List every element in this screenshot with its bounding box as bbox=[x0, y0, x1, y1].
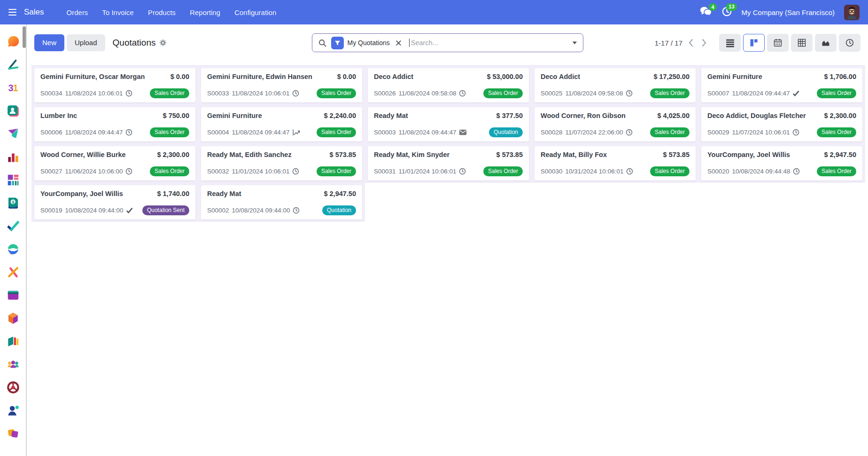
card-activity-icon[interactable] bbox=[626, 90, 633, 97]
upload-button[interactable]: Upload bbox=[67, 34, 105, 52]
new-button[interactable]: New bbox=[34, 34, 64, 52]
card-activity-icon[interactable] bbox=[125, 90, 132, 97]
quotation-card[interactable]: Ready Mat $ 2,947.50 S00002 10/08/2024 0… bbox=[201, 185, 362, 220]
card-footer: S00002 10/08/2024 09:44:00 bbox=[207, 205, 356, 215]
kanban-cell: Lumber Inc $ 750.00 S00006 11/08/2024 09… bbox=[31, 105, 198, 144]
card-activity-icon[interactable] bbox=[125, 168, 132, 175]
menu-item-reporting[interactable]: Reporting bbox=[190, 8, 220, 16]
card-header: Deco Addict, Douglas Fletcher $ 2,300.00 bbox=[707, 112, 856, 119]
app-point-of-sale-icon[interactable] bbox=[6, 288, 20, 302]
card-activity-icon[interactable] bbox=[793, 168, 800, 175]
quotation-card[interactable]: Ready Mat, Kim Snyder $ 573.85 S00031 11… bbox=[368, 146, 529, 181]
card-footer: S00032 11/01/2024 10:06:01 bbox=[207, 166, 356, 176]
card-footer: S00031 11/01/2024 10:06:01 bbox=[374, 166, 523, 176]
card-activity-icon[interactable] bbox=[626, 129, 633, 136]
quotation-card[interactable]: Wood Corner, Ron Gibson $ 4,025.00 S0002… bbox=[535, 107, 696, 142]
card-header: Ready Mat $ 377.50 bbox=[374, 112, 523, 119]
card-footer: S00030 10/31/2024 10:06:01 bbox=[541, 166, 690, 176]
card-activity-icon[interactable] bbox=[626, 168, 633, 175]
app-recruitment-icon[interactable] bbox=[6, 403, 20, 417]
pager-next-icon[interactable] bbox=[699, 36, 709, 49]
menu-item-orders[interactable]: Orders bbox=[67, 8, 88, 16]
card-activity-icon[interactable] bbox=[459, 129, 467, 135]
quotation-card[interactable]: Deco Addict, Douglas Fletcher $ 2,300.00… bbox=[701, 107, 862, 142]
activities-button[interactable]: 13 bbox=[721, 6, 732, 19]
facet-remove-icon[interactable] bbox=[395, 39, 403, 47]
kanban-cell: YourCompany, Joel Willis $ 2,947.50 S000… bbox=[698, 144, 865, 183]
app-fleet-icon[interactable] bbox=[6, 380, 20, 394]
card-activity-icon[interactable] bbox=[792, 90, 799, 96]
kanban-cell: Gemini Furniture $ 1,706.00 S00007 11/08… bbox=[698, 66, 865, 105]
quotation-card[interactable]: Deco Addict $ 53,000.00 S00026 11/08/202… bbox=[368, 68, 529, 102]
order-amount: $ 0.00 bbox=[337, 73, 356, 80]
search-input[interactable] bbox=[406, 39, 568, 47]
app-expenses-icon[interactable] bbox=[6, 265, 20, 279]
app-crm-icon[interactable] bbox=[6, 127, 20, 141]
menu-item-configuration[interactable]: Configuration bbox=[234, 8, 276, 16]
card-activity-icon[interactable] bbox=[792, 129, 799, 136]
quotation-card[interactable]: Deco Addict $ 17,250.00 S00025 11/08/202… bbox=[535, 68, 696, 102]
quotation-card[interactable]: Ready Mat, Billy Fox $ 573.85 S00030 10/… bbox=[535, 146, 696, 181]
card-activity-icon[interactable] bbox=[459, 90, 466, 97]
apps-menu-icon[interactable] bbox=[7, 7, 18, 17]
order-datetime: 11/06/2024 10:06:00 bbox=[65, 168, 123, 175]
quotation-card[interactable]: YourCompany, Joel Willis $ 1,740.00 S000… bbox=[34, 185, 195, 220]
view-switch-calendar[interactable] bbox=[767, 34, 789, 52]
view-settings-gear-icon[interactable] bbox=[159, 39, 167, 47]
card-activity-icon[interactable] bbox=[459, 168, 466, 175]
card-activity-icon[interactable] bbox=[126, 207, 133, 213]
card-activity-icon[interactable] bbox=[125, 129, 132, 136]
card-activity-icon[interactable] bbox=[292, 90, 299, 97]
app-discuss-icon[interactable] bbox=[6, 35, 20, 49]
sidebar-scrollbar[interactable] bbox=[23, 26, 26, 48]
app-sign-icon[interactable] bbox=[6, 58, 20, 72]
app-documents-icon[interactable] bbox=[6, 334, 20, 348]
quotation-card[interactable]: Gemini Furniture $ 1,706.00 S00007 11/08… bbox=[701, 68, 862, 102]
kanban-cell: Ready Mat $ 377.50 S00003 11/08/2024 09:… bbox=[365, 105, 532, 144]
card-activity-icon[interactable] bbox=[292, 168, 299, 175]
view-switch-kanban[interactable] bbox=[743, 34, 765, 52]
card-footer: S00007 11/08/2024 09:44:47 bbox=[707, 88, 856, 98]
avatar[interactable] bbox=[844, 5, 860, 20]
app-attendances-icon[interactable] bbox=[6, 426, 20, 440]
order-datetime: 11/08/2024 09:44:47 bbox=[732, 90, 790, 97]
messages-button[interactable]: 4 bbox=[700, 6, 712, 18]
card-activity-icon[interactable] bbox=[292, 129, 301, 136]
view-switch-activity[interactable] bbox=[839, 34, 860, 52]
app-name[interactable]: Sales bbox=[24, 8, 44, 17]
app-contacts-icon[interactable] bbox=[6, 104, 20, 118]
menu-item-products[interactable]: Products bbox=[148, 8, 176, 16]
pager-previous-icon[interactable] bbox=[686, 36, 696, 49]
quotation-card[interactable]: Gemini Furniture, Edwin Hansen $ 0.00 S0… bbox=[201, 68, 362, 102]
quotation-card[interactable]: Gemini Furniture $ 2,240.00 S00004 11/08… bbox=[201, 107, 362, 142]
app-website-icon[interactable] bbox=[6, 242, 20, 256]
app-dashboards-icon[interactable] bbox=[6, 173, 20, 187]
view-switch-pivot[interactable] bbox=[791, 34, 813, 52]
quotation-card[interactable]: Gemini Furniture, Oscar Morgan $ 0.00 S0… bbox=[34, 68, 195, 102]
card-footer: S00033 11/08/2024 10:06:01 bbox=[207, 88, 356, 98]
card-header: Gemini Furniture, Oscar Morgan $ 0.00 bbox=[40, 73, 189, 80]
app-invoicing-icon[interactable]: $ bbox=[6, 196, 20, 210]
app-inventory-icon[interactable] bbox=[6, 311, 20, 325]
view-switch-list[interactable] bbox=[719, 34, 741, 52]
card-footer: S00019 10/08/2024 09:44:00 bbox=[40, 205, 189, 215]
search-facet[interactable]: My Quotations bbox=[331, 37, 403, 49]
card-activity-icon[interactable] bbox=[293, 207, 300, 214]
card-header: Lumber Inc $ 750.00 bbox=[40, 112, 189, 119]
quotation-card[interactable]: Ready Mat, Edith Sanchez $ 573.85 S00032… bbox=[201, 146, 362, 181]
quotation-card[interactable]: Ready Mat $ 377.50 S00003 11/08/2024 09:… bbox=[368, 107, 529, 142]
user-menu[interactable]: My Company (San Francisco) bbox=[742, 8, 835, 16]
app-calendar-icon[interactable]: 31 bbox=[6, 81, 20, 95]
quotation-card[interactable]: YourCompany, Joel Willis $ 2,947.50 S000… bbox=[701, 146, 862, 181]
app-project-icon[interactable] bbox=[6, 219, 20, 233]
search-dropdown-toggle-icon[interactable] bbox=[568, 39, 578, 47]
app-employees-icon[interactable] bbox=[6, 357, 20, 371]
order-amount: $ 4,025.00 bbox=[657, 112, 690, 119]
card-footer: S00006 11/08/2024 09:44:47 bbox=[40, 127, 189, 137]
quotation-card[interactable]: Lumber Inc $ 750.00 S00006 11/08/2024 09… bbox=[34, 107, 195, 142]
app-sales-icon[interactable] bbox=[6, 150, 20, 164]
menu-item-to-invoice[interactable]: To Invoice bbox=[102, 8, 134, 16]
card-header: Deco Addict $ 17,250.00 bbox=[541, 73, 690, 80]
view-switch-graph[interactable] bbox=[815, 34, 837, 52]
quotation-card[interactable]: Wood Corner, Willie Burke $ 2,300.00 S00… bbox=[34, 146, 195, 181]
